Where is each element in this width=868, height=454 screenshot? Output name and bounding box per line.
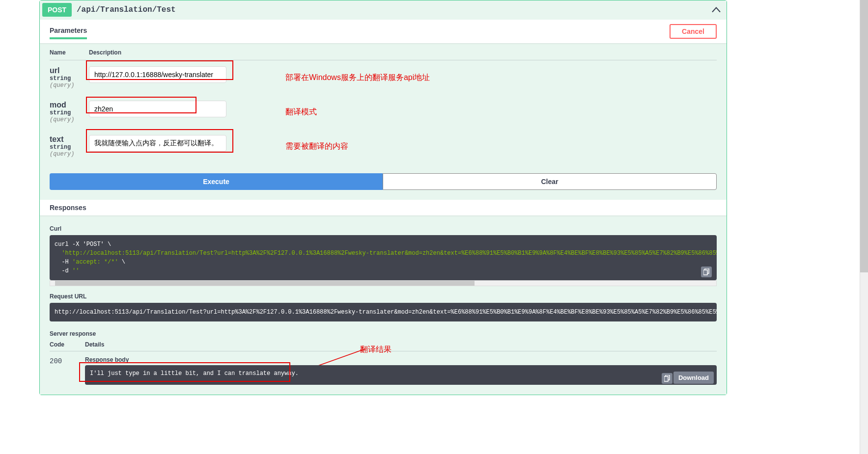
param-row-url: url string (query) 部署在Windows服务上的翻译服务api… — [50, 60, 717, 95]
param-name: url — [50, 66, 89, 75]
curl-block[interactable]: curl -X 'POST' \ 'http://localhost:5113/… — [50, 235, 717, 280]
copy-icon[interactable] — [701, 267, 712, 277]
clear-button[interactable]: Clear — [383, 173, 717, 190]
param-in: (query) — [50, 151, 89, 158]
code-col-header: Code — [50, 341, 85, 348]
response-row: 200 翻译结果 Response body I'll just type in… — [50, 356, 717, 385]
param-name: text — [50, 135, 89, 144]
parameters-tab[interactable]: Parameters — [50, 24, 87, 39]
download-button[interactable]: Download — [673, 372, 714, 384]
execute-button[interactable]: Execute — [50, 173, 383, 190]
url-input[interactable] — [89, 66, 226, 83]
param-type: string — [50, 109, 89, 116]
parameters-table: Name Description url string (query) 部署在W… — [40, 43, 727, 173]
response-code: 200 — [50, 356, 85, 365]
vertical-scrollbar[interactable] — [860, 0, 868, 395]
endpoint-summary[interactable]: POST /api/Translation/Test — [40, 0, 727, 20]
responses-body: Curl curl -X 'POST' \ 'http://localhost:… — [40, 215, 727, 395]
request-url-block[interactable]: http://localhost:5113/api/Translation/Te… — [50, 303, 717, 321]
response-body-label: Response body — [85, 356, 717, 363]
param-in: (query) — [50, 116, 89, 123]
col-name-header: Name — [50, 49, 89, 56]
param-type: string — [50, 144, 89, 151]
col-desc-header: Description — [89, 49, 717, 56]
operation-block: POST /api/Translation/Test Parameters Ca… — [39, 0, 727, 395]
param-row-mod: mod string (query) 翻译模式 — [50, 95, 717, 129]
annotation-text: 需要被翻译的内容 — [280, 141, 348, 152]
curl-label: Curl — [50, 225, 717, 232]
responses-header: Responses — [40, 200, 727, 215]
server-response-label: Server response — [50, 330, 717, 337]
svg-rect-1 — [703, 270, 707, 275]
annotation-text: 部署在Windows服务上的翻译服务api地址 — [280, 73, 430, 83]
details-col-header: Details — [85, 341, 717, 348]
request-url-label: Request URL — [50, 293, 717, 300]
endpoint-path: /api/Translation/Test — [72, 5, 176, 14]
text-input[interactable] — [89, 135, 226, 152]
response-body-block[interactable]: I'll just type in a little bit, and I ca… — [85, 365, 717, 385]
mod-input[interactable] — [89, 101, 226, 117]
param-in: (query) — [50, 82, 89, 89]
parameters-header: Parameters Cancel — [40, 20, 727, 43]
param-row-text: text string (query) 需要被翻译的内容 — [50, 129, 717, 163]
http-method-badge: POST — [42, 3, 72, 17]
cancel-button[interactable]: Cancel — [670, 24, 717, 39]
copy-icon[interactable] — [662, 373, 672, 384]
param-name: mod — [50, 101, 89, 109]
svg-rect-5 — [664, 376, 668, 381]
responses-title: Responses — [50, 204, 86, 212]
horizontal-scrollbar[interactable] — [50, 280, 717, 286]
annotation-text: 翻译模式 — [280, 107, 317, 117]
chevron-up-icon[interactable] — [712, 5, 721, 15]
param-type: string — [50, 75, 89, 82]
